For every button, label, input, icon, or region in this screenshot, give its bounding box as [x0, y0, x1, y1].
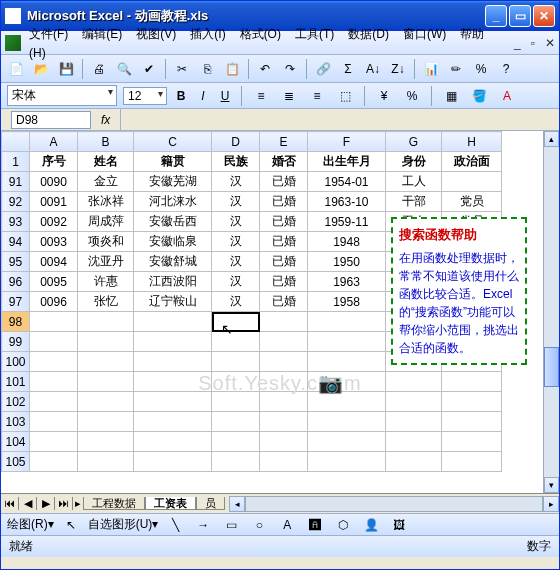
- preview-button[interactable]: 🔍: [113, 58, 135, 80]
- header-cell[interactable]: 民族: [212, 152, 260, 172]
- cell[interactable]: [30, 392, 78, 412]
- rect-button[interactable]: ▭: [220, 514, 242, 536]
- cell[interactable]: 安徽岳西: [134, 212, 212, 232]
- cell[interactable]: [260, 392, 308, 412]
- cell[interactable]: [134, 372, 212, 392]
- doc-close[interactable]: ✕: [545, 36, 555, 50]
- cell[interactable]: [78, 432, 134, 452]
- cell[interactable]: [260, 412, 308, 432]
- cell[interactable]: [442, 432, 502, 452]
- undo-button[interactable]: ↶: [254, 58, 276, 80]
- cell[interactable]: [78, 412, 134, 432]
- cell[interactable]: 河北涞水: [134, 192, 212, 212]
- cell[interactable]: 干部: [386, 192, 442, 212]
- cell[interactable]: [308, 332, 386, 352]
- fx-label[interactable]: fx: [101, 113, 110, 127]
- name-box[interactable]: D98: [11, 111, 91, 129]
- arrow-button[interactable]: →: [192, 514, 214, 536]
- row-header[interactable]: 102: [2, 392, 30, 412]
- cell[interactable]: [212, 412, 260, 432]
- cell[interactable]: [308, 312, 386, 332]
- cell[interactable]: 沈亚丹: [78, 252, 134, 272]
- row-header[interactable]: 97: [2, 292, 30, 312]
- sort-desc-button[interactable]: Z↓: [387, 58, 409, 80]
- column-header[interactable]: A: [30, 132, 78, 152]
- font-color-button[interactable]: A: [496, 85, 518, 107]
- picture-button[interactable]: 🖼: [388, 514, 410, 536]
- row-header[interactable]: 91: [2, 172, 30, 192]
- font-name-combo[interactable]: 宋体: [7, 85, 117, 106]
- header-cell[interactable]: 身份: [386, 152, 442, 172]
- draw-menu[interactable]: 绘图(R)▾: [7, 516, 54, 533]
- row-header[interactable]: 1: [2, 152, 30, 172]
- cell[interactable]: [134, 432, 212, 452]
- cell[interactable]: [212, 312, 260, 332]
- column-header[interactable]: D: [212, 132, 260, 152]
- zoom-button[interactable]: %: [470, 58, 492, 80]
- save-button[interactable]: 💾: [55, 58, 77, 80]
- menu-item[interactable]: 窗口(W): [403, 27, 446, 41]
- cell[interactable]: [260, 352, 308, 372]
- open-button[interactable]: 📂: [30, 58, 52, 80]
- cell[interactable]: [442, 392, 502, 412]
- cell[interactable]: [78, 352, 134, 372]
- tab-nav-button[interactable]: ◀: [19, 497, 37, 510]
- sheet-tab[interactable]: 工程数据: [83, 497, 145, 510]
- menu-item[interactable]: 数据(D): [348, 27, 389, 41]
- cut-button[interactable]: ✂: [171, 58, 193, 80]
- horizontal-scrollbar[interactable]: ◂ ▸: [229, 496, 559, 512]
- cell[interactable]: [260, 372, 308, 392]
- align-center-button[interactable]: ≣: [278, 85, 300, 107]
- align-right-button[interactable]: ≡: [306, 85, 328, 107]
- cell[interactable]: 已婚: [260, 272, 308, 292]
- cell[interactable]: 1950: [308, 252, 386, 272]
- column-header[interactable]: E: [260, 132, 308, 152]
- tab-nav-button[interactable]: ▶: [37, 497, 55, 510]
- row-header[interactable]: 103: [2, 412, 30, 432]
- cell[interactable]: [442, 452, 502, 472]
- cell[interactable]: [308, 352, 386, 372]
- cell[interactable]: [212, 372, 260, 392]
- percent-button[interactable]: %: [401, 85, 423, 107]
- cell[interactable]: [212, 452, 260, 472]
- cell[interactable]: [30, 412, 78, 432]
- scroll-left-button[interactable]: ◂: [229, 496, 245, 512]
- cell[interactable]: 已婚: [260, 212, 308, 232]
- cell[interactable]: 项炎和: [78, 232, 134, 252]
- cell[interactable]: [30, 352, 78, 372]
- cell[interactable]: [134, 332, 212, 352]
- cell[interactable]: 汉: [212, 212, 260, 232]
- cell[interactable]: [442, 172, 502, 192]
- column-header[interactable]: H: [442, 132, 502, 152]
- cell[interactable]: 安徽舒城: [134, 252, 212, 272]
- cell[interactable]: 许惠: [78, 272, 134, 292]
- cell[interactable]: 0093: [30, 232, 78, 252]
- font-size-combo[interactable]: 12: [123, 87, 167, 105]
- bold-button[interactable]: B: [173, 89, 189, 103]
- cell[interactable]: [212, 332, 260, 352]
- column-header[interactable]: G: [386, 132, 442, 152]
- cell[interactable]: 辽宁鞍山: [134, 292, 212, 312]
- worksheet-grid[interactable]: ABCDEFGH1序号姓名籍贯民族婚否出生年月身份政治面910090金立安徽芜湖…: [1, 131, 559, 493]
- cell[interactable]: 1954-01: [308, 172, 386, 192]
- italic-button[interactable]: I: [195, 89, 211, 103]
- cell[interactable]: 江西波阳: [134, 272, 212, 292]
- cell[interactable]: 汉: [212, 192, 260, 212]
- cell[interactable]: 1963: [308, 272, 386, 292]
- new-button[interactable]: 📄: [5, 58, 27, 80]
- cell[interactable]: [212, 352, 260, 372]
- cell[interactable]: [134, 352, 212, 372]
- row-header[interactable]: 98: [2, 312, 30, 332]
- cell[interactable]: 汉: [212, 172, 260, 192]
- cell[interactable]: [78, 372, 134, 392]
- redo-button[interactable]: ↷: [279, 58, 301, 80]
- cell[interactable]: 1948: [308, 232, 386, 252]
- cell[interactable]: 已婚: [260, 172, 308, 192]
- cell[interactable]: 1958: [308, 292, 386, 312]
- line-button[interactable]: ╲: [164, 514, 186, 536]
- cell[interactable]: [386, 412, 442, 432]
- merge-button[interactable]: ⬚: [334, 85, 356, 107]
- scroll-up-button[interactable]: ▴: [544, 131, 559, 147]
- cell[interactable]: [308, 432, 386, 452]
- tab-nav-button[interactable]: ⏭: [55, 497, 73, 510]
